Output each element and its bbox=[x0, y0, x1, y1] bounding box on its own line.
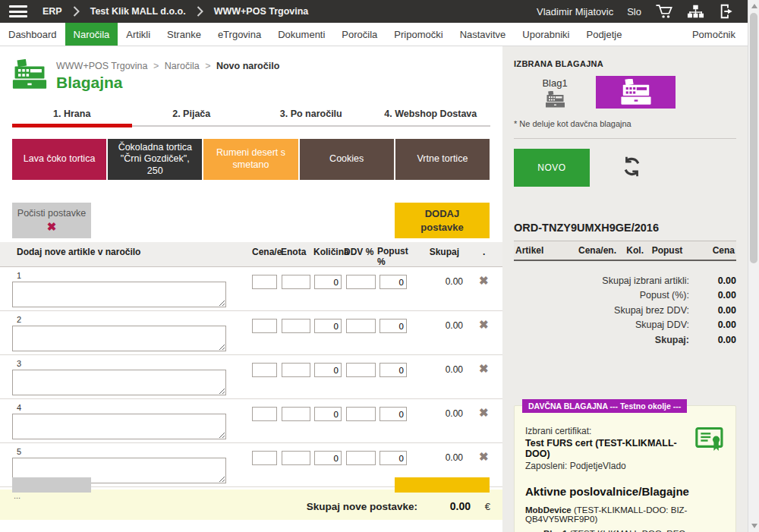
price-input[interactable] bbox=[252, 451, 277, 465]
topbar-right: Vladimir Mijatovic Slo bbox=[537, 3, 748, 20]
more-rows-ellipsis: ... bbox=[14, 491, 20, 500]
clear-items-button-bottom[interactable] bbox=[12, 477, 91, 493]
product-button-2[interactable]: Čokoladna tortica "Črni Gozdiček", 250 bbox=[108, 139, 202, 181]
qty-input[interactable] bbox=[314, 451, 342, 465]
unit-input[interactable] bbox=[282, 451, 310, 465]
topbar-company[interactable]: Test Klik MALL d.o.o. bbox=[86, 6, 191, 17]
row-total: 0.00 bbox=[421, 408, 463, 419]
order-actions: Počisti postavke ✖ DODAJ postavke bbox=[12, 203, 490, 238]
fiscal-register-panel: DAVČNA BLAGAJNA --- Testno okolje --- Iz… bbox=[514, 405, 736, 532]
nav-item-stranke[interactable]: Stranke bbox=[159, 23, 209, 46]
price-input[interactable] bbox=[252, 319, 277, 333]
register-select-button[interactable] bbox=[596, 76, 676, 109]
logout-icon[interactable] bbox=[719, 3, 737, 20]
topbar-erp[interactable]: ERP bbox=[38, 6, 67, 17]
tab-pijaca[interactable]: 2. Pijača bbox=[132, 105, 252, 127]
remove-row-icon[interactable]: ✖ bbox=[479, 318, 489, 332]
nav-item-nastavitve[interactable]: Nastavitve bbox=[452, 23, 515, 46]
col-kol: Kol. bbox=[616, 245, 644, 256]
col-unit: Enota bbox=[281, 247, 306, 257]
discount-input[interactable] bbox=[380, 275, 407, 289]
nav-item-pripomocki[interactable]: Pripomočki bbox=[386, 23, 451, 46]
qty-input[interactable] bbox=[314, 319, 342, 333]
product-button-3[interactable]: Rumeni desert s smetano bbox=[203, 139, 298, 181]
row-number: 1 bbox=[17, 271, 21, 280]
product-button-4[interactable]: Cookies bbox=[300, 139, 394, 181]
discount-input[interactable] bbox=[380, 451, 407, 465]
summary-label: Skupaj: bbox=[655, 335, 689, 345]
add-items-button[interactable]: DODAJ postavke bbox=[395, 203, 490, 238]
nav-item-narocila[interactable]: Naročila bbox=[65, 23, 118, 46]
nav-item-podjetje[interactable]: Podjetje bbox=[578, 23, 630, 46]
qty-input[interactable] bbox=[314, 275, 342, 289]
summary-label: Skupaj brez DDV: bbox=[614, 305, 689, 316]
nav-item-porocila[interactable]: Poročila bbox=[333, 23, 386, 46]
tab-webshop-dostava[interactable]: 4. Webshop Dostava bbox=[371, 105, 491, 127]
add-items-button-bottom[interactable] bbox=[395, 477, 490, 493]
vat-input[interactable] bbox=[346, 363, 376, 377]
device-line: MobDevice (TEST-KLIKMALL-DOO: BIZ-QB4VY5… bbox=[525, 505, 725, 524]
topbar-store[interactable]: WWW+POS Trgovina bbox=[209, 6, 313, 17]
qty-input[interactable] bbox=[314, 363, 342, 377]
new-order-button[interactable]: NOVO bbox=[514, 149, 590, 187]
remove-row-icon[interactable]: ✖ bbox=[479, 362, 489, 376]
nav-helper[interactable]: Pomočnik bbox=[692, 23, 748, 46]
nav-item-uporabniki[interactable]: Uporabniki bbox=[514, 23, 578, 46]
nav-item-artikli[interactable]: Artikli bbox=[118, 23, 159, 46]
discount-input[interactable] bbox=[380, 407, 407, 421]
vat-input[interactable] bbox=[346, 275, 376, 289]
unit-input[interactable] bbox=[282, 363, 310, 377]
scroll-down-icon[interactable] bbox=[751, 524, 757, 528]
qty-input[interactable] bbox=[314, 407, 342, 421]
remove-row-icon[interactable]: ✖ bbox=[479, 274, 489, 288]
nav-item-dokumenti[interactable]: Dokumenti bbox=[269, 23, 333, 46]
unit-input[interactable] bbox=[282, 407, 310, 421]
breadcrumb-orders[interactable]: Naročila bbox=[165, 61, 200, 71]
nav-item-dashboard[interactable]: Dashboard bbox=[0, 23, 65, 46]
refresh-icon[interactable] bbox=[622, 156, 642, 180]
summary-row: Skupaj DDV: 0.00 bbox=[514, 318, 736, 333]
unit-input[interactable] bbox=[282, 319, 310, 333]
summary-label: Popust (%): bbox=[640, 290, 689, 301]
product-button-5[interactable]: Vrtne tortice bbox=[395, 139, 490, 181]
discount-input[interactable] bbox=[380, 319, 407, 333]
col-article: Dodaj nove artikle v naročilo bbox=[17, 247, 140, 257]
tab-hrana[interactable]: 1. Hrana bbox=[12, 105, 132, 127]
article-input[interactable] bbox=[12, 370, 226, 395]
hamburger-menu-icon[interactable] bbox=[9, 5, 27, 17]
remove-row-icon[interactable]: ✖ bbox=[479, 406, 489, 420]
cart-icon[interactable] bbox=[655, 3, 673, 20]
fiscal-badge: DAVČNA BLAGAJNA --- Testno okolje --- bbox=[522, 399, 687, 413]
article-input[interactable] bbox=[12, 326, 226, 351]
article-input[interactable] bbox=[12, 282, 226, 307]
price-input[interactable] bbox=[252, 407, 277, 421]
vat-input[interactable] bbox=[346, 451, 376, 465]
vat-input[interactable] bbox=[346, 407, 376, 421]
nav-item-etrgovina[interactable]: eTrgovina bbox=[209, 23, 269, 46]
remove-row-icon[interactable]: ✖ bbox=[479, 450, 489, 464]
breadcrumb-store[interactable]: WWW+POS Trgovina bbox=[56, 61, 148, 71]
new-items-total-bar: ... Skupaj nove postavke: 0.00 € bbox=[0, 490, 502, 520]
add-items-label-1: DODAJ bbox=[425, 208, 460, 219]
sitemap-icon[interactable] bbox=[687, 3, 705, 20]
discount-input[interactable] bbox=[380, 363, 407, 377]
unit-input[interactable] bbox=[282, 275, 310, 289]
page-scrollbar[interactable] bbox=[748, 0, 759, 532]
cert-employee: Zaposleni: PodjetjeVlado bbox=[525, 461, 695, 471]
vat-input[interactable] bbox=[346, 319, 376, 333]
product-button-1[interactable]: Lava čoko tortica bbox=[12, 139, 106, 181]
clear-items-button[interactable]: Počisti postavke ✖ bbox=[12, 203, 91, 238]
scroll-up-icon[interactable] bbox=[751, 4, 757, 8]
tab-po-narocilu[interactable]: 3. Po naročilu bbox=[251, 105, 371, 127]
price-input[interactable] bbox=[252, 275, 277, 289]
summary-value: 0.00 bbox=[689, 320, 736, 330]
register-name: Blag1 bbox=[514, 77, 596, 89]
scrollbar-thumb[interactable] bbox=[750, 13, 757, 263]
article-input[interactable] bbox=[12, 414, 226, 439]
language-selector[interactable]: Slo bbox=[627, 6, 641, 17]
summary-row: Skupaj izbrani artikli: 0.00 bbox=[514, 273, 736, 288]
user-menu[interactable]: Vladimir Mijatovic bbox=[537, 6, 613, 17]
cash-register-icon bbox=[12, 59, 47, 91]
price-input[interactable] bbox=[252, 363, 277, 377]
summary-row: Popust (%): 0.00 bbox=[514, 288, 736, 304]
